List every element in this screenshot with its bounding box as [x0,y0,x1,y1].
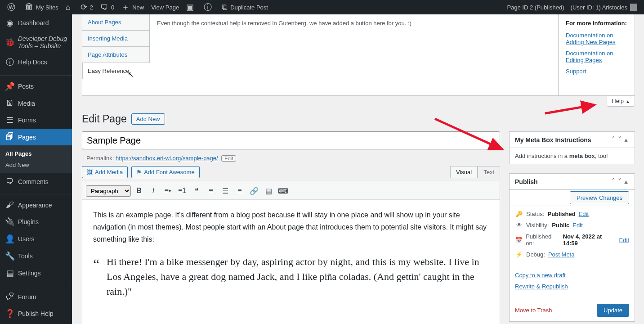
tab-text[interactable]: Text [478,166,500,178]
editor-toolbar: Paragraph B I ≡• ≡1 ❝ ≡ ☰ ≡ 🔗 ▤ ⌨ [82,182,500,200]
submenu-add-new[interactable]: Add New [0,159,72,171]
update-button[interactable]: Update [597,304,629,317]
menu-tools[interactable]: 🔧Tools [0,248,72,265]
publish-title: Publish [515,178,610,185]
menu-pages[interactable]: 🗐Pages [0,129,72,145]
add-font-awesome-button[interactable]: ⚑Add Font Awesome [131,166,200,178]
menu-media[interactable]: 🖻Media [0,95,72,112]
italic-button[interactable]: I [147,184,160,197]
new-content[interactable]: ＋New [118,0,148,14]
editor-content[interactable]: This is an example page. It's different … [82,200,500,324]
tab-visual[interactable]: Visual [450,166,478,178]
user-account[interactable]: (User ID: 1) Aristocles [568,0,640,14]
key-icon: 🔑 [515,211,523,217]
quote-button[interactable]: ❝ [190,184,203,197]
calendar-icon: 📅 [515,237,523,243]
menu-users[interactable]: 👤Users [0,230,72,248]
view-page[interactable]: View Page [148,0,183,14]
bullet-list-button[interactable]: ≡• [161,184,174,197]
avatar-icon [630,4,637,11]
flag-icon: ⚑ [136,169,142,176]
wp-logo[interactable]: ⓦ [4,0,22,14]
status-edit-link[interactable]: Edit [579,211,589,217]
help-tab-attributes[interactable]: Page Attributes [82,47,149,63]
menu-dev-debug[interactable]: 🐞Developer Debug Tools – Subsite [0,32,72,53]
menu-plugins[interactable]: 🔌Plugins [0,213,72,230]
help-doc-add-link[interactable]: Documentation on Adding New Pages [566,32,627,45]
permalink-edit-button[interactable]: Edit [221,155,236,162]
preview-changes-button[interactable]: Preview Changes [570,191,629,204]
contextual-help-panel: About Pages Inserting Media Page Attribu… [82,14,635,96]
move-trash-link[interactable]: Move to Trash [515,307,552,314]
metabox-toggle-icon[interactable]: ▴ [623,135,629,144]
help-info-heading: For more information: [566,20,627,27]
debug-link[interactable]: Post Meta [548,251,575,258]
bold-button[interactable]: B [133,184,145,197]
ab-extra1[interactable]: ▣ [183,0,200,14]
format-select[interactable]: Paragraph [86,185,131,197]
menu-help-docs[interactable]: ⓘHelp Docs [0,53,72,71]
publish-toggle-icon[interactable]: ▴ [623,177,629,186]
help-content: Even though the contextual help is remov… [150,14,558,95]
comments-count[interactable]: 🗨0 [97,0,118,14]
help-tab-inserting[interactable]: Inserting Media [82,31,149,47]
copy-draft-link[interactable]: Copy to a new draft [515,272,566,279]
publish-down-icon[interactable]: ˅ [617,177,623,186]
metabox-instructions: My Meta Box Instructions ˄ ˅ ▴ Add instr… [509,131,635,164]
menu-publish-help[interactable]: ❓Publish Help [0,305,72,322]
align-right-button[interactable]: ≡ [233,184,246,197]
bolt-icon: ⚡ [515,251,523,258]
add-media-button[interactable]: 🖼Add Media [82,166,128,178]
rewrite-link[interactable]: Rewrite & Republish [515,283,568,290]
number-list-button[interactable]: ≡1 [176,184,188,197]
visibility-edit-link[interactable]: Edit [572,222,582,229]
menu-forms[interactable]: ☰Forms [0,112,72,129]
permalink-label: Permalink: [86,155,114,162]
post-title-input[interactable] [82,131,500,149]
add-new-button[interactable]: Add New [131,113,165,125]
menu-settings[interactable]: ▤Settings [0,265,72,282]
metabox-title: My Meta Box Instructions [515,136,610,144]
help-tab-about[interactable]: About Pages [82,14,149,31]
menu-comments[interactable]: 🗨Comments [0,173,72,190]
permalink-url[interactable]: https://sandbox.eri-wi.org/sample-page/ [116,155,218,162]
media-icon: 🖼 [87,169,93,176]
site-home[interactable]: ⌂ [62,0,77,14]
publish-up-icon[interactable]: ˄ [610,177,617,186]
help-doc-edit-link[interactable]: Documentation on Editing Pages [566,50,627,63]
metabox-text: Add instructions in a meta box, too! [515,153,608,159]
menu-posts[interactable]: 📌Posts [0,78,72,95]
submenu-all-pages[interactable]: All Pages [0,148,72,159]
help-tab-easy-reference[interactable]: Easy Reference [82,63,150,79]
date-edit-link[interactable]: Edit [619,237,629,243]
help-support-link[interactable]: Support [566,68,627,75]
publish-box: Publish ˄ ˅ ▴ Preview Changes 🔑Status: P… [509,173,635,322]
align-left-button[interactable]: ≡ [205,184,217,197]
updates[interactable]: ⟳2 [77,0,97,14]
collapse-menu[interactable]: ◁Collapse menu [0,322,72,324]
my-sites[interactable]: 🏛My Sites [22,0,62,14]
align-center-button[interactable]: ☰ [219,184,232,197]
menu-dashboard[interactable]: ◉Dashboard [0,14,72,32]
more-button[interactable]: ▤ [262,184,275,197]
toolbar-toggle-button[interactable]: ⌨ [277,184,289,197]
page-title: Edit Page [82,113,127,125]
metabox-up-icon[interactable]: ˄ [610,135,617,144]
metabox-down-icon[interactable]: ˅ [617,135,623,144]
page-id-display: Page ID 2 (Published) [504,0,567,14]
ab-info-icon[interactable]: ⓘ [200,0,218,14]
link-button[interactable]: 🔗 [248,184,260,197]
menu-forum[interactable]: 🗪Forum [0,288,72,305]
duplicate-post[interactable]: ⧉Duplicate Post [218,0,272,14]
eye-icon: 👁 [515,222,523,229]
help-toggle-button[interactable]: Help▲ [607,95,635,107]
menu-appearance[interactable]: 🖌Appearance [0,197,72,213]
chevron-up-icon: ▲ [626,99,630,104]
